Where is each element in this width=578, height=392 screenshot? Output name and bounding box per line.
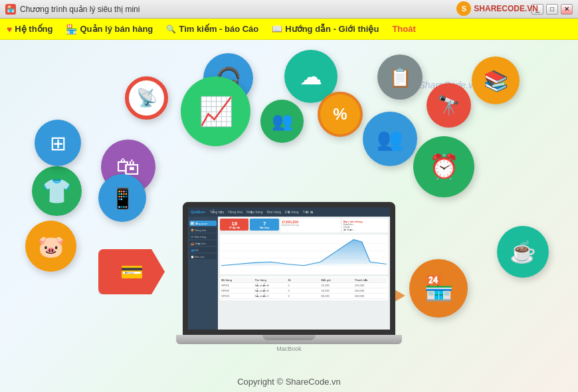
menu-item-timkiem[interactable]: 🔍 Tìm kiếm - báo Cáo (166, 24, 258, 34)
laptop-screen: QuiBon Tổng hợp Hàng hóa Nhập hàng Bán h… (183, 202, 395, 335)
screen-content: QuiBon Tổng hợp Hàng hóa Nhập hàng Bán h… (188, 207, 390, 330)
menu-label-thoat: Thoát (392, 24, 415, 34)
maximize-button[interactable]: □ (546, 4, 558, 15)
title-bar: 🏪 Chương trình quản lý siêu thị mini S S… (0, 0, 578, 19)
search-icon: 🔍 (166, 25, 176, 34)
circle-store[interactable]: 🏪 (409, 259, 468, 318)
laptop-base (176, 335, 402, 344)
circle-menu[interactable]: 📋 (377, 54, 423, 100)
logo-circle: S (456, 1, 471, 16)
menu-item-huongdan[interactable]: 📖 Hướng dẫn - Giới thiệu (272, 24, 379, 34)
app-icon: 🏪 (5, 4, 16, 15)
close-button[interactable]: ✕ (561, 4, 573, 15)
circle-team-small[interactable]: 👥 (260, 100, 304, 143)
laptop: QuiBon Tổng hợp Hàng hóa Nhập hàng Bán h… (183, 202, 395, 352)
heart-icon: ♥ (7, 24, 12, 35)
title-bar-text: Chương trình quản lý siêu thị mini (20, 5, 531, 14)
logo-area: S SHARECODE.VN (456, 1, 538, 16)
menu-label-timkiem: Tìm kiếm - báo Cáo (179, 24, 258, 34)
circle-wifi[interactable]: 📡 (125, 76, 168, 120)
laptop-stand (262, 335, 316, 340)
shop-icon: 🏪 (66, 24, 77, 35)
circle-chart[interactable]: 📈 (181, 76, 250, 146)
circle-telescope[interactable]: 🔭 (427, 83, 471, 128)
menu-item-hethong[interactable]: ♥ Hệ thống (7, 24, 52, 35)
circle-clock[interactable]: ⏰ (413, 136, 474, 197)
circle-coffee[interactable]: ☕ (497, 226, 549, 278)
circle-group[interactable]: 👥 (363, 112, 417, 166)
menu-label-huongdan: Hướng dẫn - Giới thiệu (285, 24, 379, 34)
arrow-shape: 💳 (98, 249, 165, 294)
menu-label-hethong: Hệ thống (15, 24, 52, 34)
menu-bar: ♥ Hệ thống 🏪 Quản lý bán hàng 🔍 Tìm kiếm… (0, 19, 578, 40)
circle-phone[interactable]: 📱 (98, 174, 146, 222)
circle-browser[interactable]: ⊞ (35, 120, 81, 166)
main-content: ShareCode.vn 👕 ⊞ 🛍 📡 🎧 ☁ 📈 👥 📋 % 👥 🔭 📚 ⏰… (0, 40, 578, 392)
circle-piggybank[interactable]: 🐷 (25, 221, 76, 272)
laptop-brand: MacBook (183, 345, 395, 352)
circle-books[interactable]: 📚 (472, 56, 520, 104)
logo-text: SHARECODE.VN (474, 4, 538, 13)
book-icon: 📖 (272, 24, 282, 34)
menu-item-quanlybanhang[interactable]: 🏪 Quản lý bán hàng (66, 24, 153, 35)
copyright: Copyright © ShareCode.vn (0, 377, 578, 387)
circle-shirt[interactable]: 👕 (32, 166, 82, 216)
menu-item-thoat[interactable]: Thoát (392, 24, 415, 34)
menu-label-quanlybanhang: Quản lý bán hàng (80, 24, 153, 34)
circle-percent[interactable]: % (318, 92, 363, 137)
